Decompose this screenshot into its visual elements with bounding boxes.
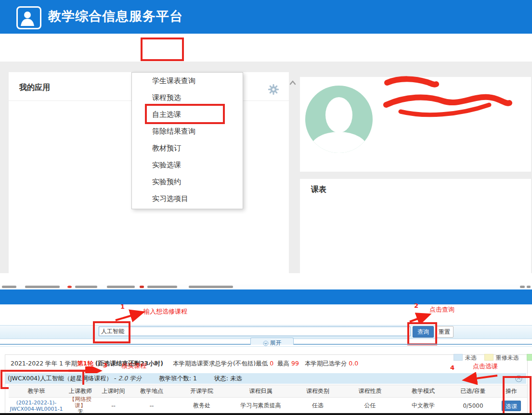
platform-logo-icon: [16, 6, 41, 29]
course-class-count: 教学班个数: 1: [159, 375, 197, 382]
col-place: 教学地点: [130, 385, 173, 398]
course-credits: 2.0 学分: [118, 375, 142, 382]
gear-icon[interactable]: [268, 84, 279, 97]
redaction-scribble: [380, 75, 520, 121]
bookmarks-blur-strip: [0, 285, 532, 289]
annotation-box-query-button: [407, 322, 437, 345]
menu-item-internship[interactable]: 实习选项目: [132, 190, 243, 207]
menu-item-lab-course[interactable]: 实验选课: [132, 157, 243, 174]
class-table: 教学班 上课教师 上课时间 教学地点 开课学院 课程归属 课程类别 课程性质 教…: [9, 385, 527, 414]
cell-mode: 中文教学: [396, 398, 451, 414]
class-id-link[interactable]: (2021-2022-1)-JWCX004-WL0001-1: [9, 400, 64, 412]
table-row: (2021-2022-1)-JWCX004-WL0001-1 【网络授课】 无 …: [9, 398, 527, 414]
app-title: 教学综合信息服务平台: [48, 8, 183, 25]
col-mode: 教学模式: [396, 385, 451, 398]
course-status: 状态: 未选: [214, 375, 242, 382]
col-class: 教学班: [9, 385, 64, 398]
cell-nature: 公任: [344, 398, 396, 414]
screen: 教学综合信息服务平台 报名申请▼ 信息维护▼ 选课▼ 信息查询▼ 教学评价▼ 毕…: [0, 0, 532, 415]
cell-capacity: 0/5000: [451, 398, 495, 414]
legend-swatch-selected: [527, 354, 532, 361]
timetable-title: 课表: [311, 185, 326, 195]
expand-label: 展开: [270, 340, 282, 346]
circle-chevron-down-icon: [263, 340, 269, 346]
cell-category: 任选: [291, 398, 344, 414]
teacher-tag: 【网络授课】: [64, 396, 97, 409]
screenshot-bottom-edge: [0, 413, 532, 415]
annotation-box-search-input: [93, 321, 130, 343]
cell-time: --: [97, 398, 130, 414]
cell-college: 教务处: [173, 398, 230, 414]
annotation-step-4: 4: [450, 364, 454, 371]
menu-item-student-timetable[interactable]: 学生课表查询: [132, 73, 243, 89]
reset-button[interactable]: 重置: [435, 326, 454, 338]
annotation-step-2: 2: [414, 302, 418, 309]
course-select-dropdown: 学生课表查询 课程预选 自主选课 筛除结果查询 教材预订 实验选课 实验预约 实…: [131, 72, 243, 209]
course-search-input[interactable]: [99, 327, 411, 336]
annotation-arrow-4: [460, 372, 501, 385]
page-title-bar: 自主选课: [0, 289, 532, 304]
col-college: 开课学院: [173, 385, 230, 398]
scroll-up-chevron-icon[interactable]: [289, 78, 297, 88]
annotation-box-action-column: [503, 376, 532, 415]
menu-item-filter-result[interactable]: 筛除结果查询: [132, 123, 243, 140]
annotation-box-nav-course-select: [141, 38, 184, 61]
col-category: 课程类别: [291, 385, 344, 398]
expand-toggle[interactable]: 展开: [250, 338, 294, 345]
timetable-panel: 课表: [300, 179, 531, 273]
annotation-label-3: 核实课程: [121, 362, 146, 370]
col-time: 上课时间: [97, 385, 130, 398]
annotation-label-4: 点击选课: [473, 362, 498, 371]
col-capacity: 已选/容量: [451, 385, 495, 398]
menu-item-lab-reserve[interactable]: 实验预约: [132, 174, 243, 190]
expand-divider-line-2: [0, 346, 532, 347]
my-apps-title: 我的应用: [19, 83, 50, 93]
legend-swatch-retake: [484, 354, 493, 361]
col-nature: 课程性质: [344, 385, 396, 398]
col-belong: 课程归属: [230, 385, 291, 398]
annotation-box-menu-self-select: [145, 104, 225, 124]
app-header: 教学综合信息服务平台: [0, 0, 532, 34]
avatar: [305, 86, 373, 153]
main-nav: 报名申请▼ 信息维护▼ 选课▼ 信息查询▼ 教学评价▼ 毕业设计(论文)▼: [0, 34, 532, 62]
cell-place: --: [130, 398, 173, 414]
legend-swatch-unselected: [454, 354, 463, 361]
status-legend: 未选 重修未选 已选: [448, 354, 532, 362]
menu-item-textbook-order[interactable]: 教材预订: [132, 140, 243, 157]
semester-info: 2021-2022 学年 1 学期第1轮 (距选课结束还剩23小时) 本学期选课…: [11, 360, 358, 368]
cell-belong: 学习与素质提高: [230, 398, 291, 414]
